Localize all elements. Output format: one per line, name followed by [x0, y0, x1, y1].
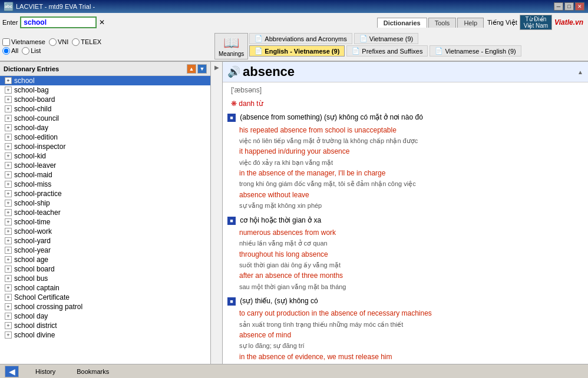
expand-icon[interactable]: +	[5, 313, 12, 320]
part-of-speech: ❋ danh từ	[231, 98, 583, 110]
list-radio[interactable]: List	[22, 47, 41, 55]
dict-item-label: school-day	[14, 124, 48, 132]
dict-list-item[interactable]: +school-child	[0, 104, 210, 114]
dict-list-item[interactable]: +school-year	[0, 246, 210, 255]
expand-icon[interactable]: +	[5, 209, 12, 216]
dict-item-label: school-council	[14, 114, 59, 122]
expand-icon[interactable]: +	[5, 105, 12, 112]
expand-icon[interactable]: +	[5, 200, 12, 207]
expand-icon[interactable]: +	[5, 218, 12, 226]
dict-list-item[interactable]: +school-practice	[0, 189, 210, 198]
expand-icon[interactable]: +	[5, 115, 12, 122]
dict-tab-en-vn[interactable]: 📄 English - Vietnamese (9)	[249, 45, 345, 57]
word-header: 🔊 absence ▲	[223, 62, 588, 82]
expand-icon[interactable]: +	[5, 237, 12, 244]
expand-icon[interactable]: +	[5, 256, 12, 263]
tab-dictionaries[interactable]: Dictionaries	[377, 18, 427, 28]
meanings-label: Meanings	[219, 51, 244, 57]
expand-icon[interactable]: +	[5, 322, 12, 329]
dict-list-item[interactable]: +school-teacher	[0, 208, 210, 217]
expand-icon[interactable]: +	[5, 294, 12, 301]
expand-icon[interactable]: +	[5, 331, 12, 339]
dict-list-item[interactable]: +school-yard	[0, 236, 210, 246]
tab-help[interactable]: Help	[457, 18, 484, 28]
app-title: LACVIET - mtd9 EVA Trial -	[16, 3, 554, 10]
dict-list-item[interactable]: +school age	[0, 255, 210, 264]
expand-icon[interactable]: +	[5, 87, 12, 94]
dict-list-item[interactable]: +school crossing patrol	[0, 302, 210, 311]
vietnamese-checkbox-label[interactable]: Vietnamese	[2, 38, 45, 46]
dict-list-item[interactable]: +school board	[0, 264, 210, 274]
dict-list-item[interactable]: +school-council	[0, 114, 210, 123]
back-button[interactable]: ◀	[5, 366, 19, 377]
bottom-bar: ◀ History Bookmarks	[0, 364, 588, 378]
title-bar: 🔤 LACVIET - mtd9 EVA Trial - ─ □ ✕	[0, 0, 588, 13]
expand-icon[interactable]: +	[5, 143, 12, 150]
expand-icon[interactable]: +	[5, 275, 12, 282]
vni-radio[interactable]: VNI	[49, 38, 68, 46]
minimize-button[interactable]: ─	[554, 2, 563, 11]
tab-tools[interactable]: Tools	[428, 18, 457, 28]
scroll-down-button[interactable]: ▼	[197, 64, 207, 74]
expand-icon[interactable]: +	[5, 96, 12, 103]
maximize-button[interactable]: □	[564, 2, 574, 11]
expand-icon[interactable]: +	[5, 247, 12, 254]
dict-box[interactable]: Từ Điển Việt Nam	[520, 15, 552, 30]
dict-list-item[interactable]: +school day	[0, 311, 210, 321]
dict-tab-prefixes[interactable]: 📄 Prefixes and Suffixes	[346, 45, 428, 57]
dict-list-item[interactable]: +school-time	[0, 217, 210, 227]
expand-icon[interactable]: +	[5, 134, 12, 141]
dict-item-label: school-bag	[14, 86, 49, 94]
dict-list-item[interactable]: +school-miss	[0, 180, 210, 189]
dict-list-item[interactable]: +school-kid	[0, 151, 210, 161]
vigle-logo[interactable]: Viatle.vn	[554, 18, 583, 26]
sound-icon[interactable]: 🔊	[227, 65, 240, 78]
dict-list-item[interactable]: +school divine	[0, 330, 210, 340]
dict-tab-vn-en[interactable]: 📄 Vietnamese - English (9)	[430, 45, 521, 57]
expand-icon[interactable]: +	[5, 181, 12, 188]
meanings-button[interactable]: 📖 Meanings	[214, 33, 248, 59]
dict-list-item[interactable]: +school-day	[0, 123, 210, 132]
expand-icon[interactable]: +	[5, 303, 12, 310]
history-link[interactable]: History	[31, 367, 60, 376]
expand-icon[interactable]: +	[5, 171, 12, 178]
bookmarks-link[interactable]: Bookmarks	[72, 367, 114, 376]
all-radio[interactable]: All	[2, 47, 18, 55]
expand-icon[interactable]: +	[5, 284, 12, 291]
dict-list-item[interactable]: +school-leaver	[0, 161, 210, 170]
dict-list-item[interactable]: +School Certificate	[0, 293, 210, 302]
clear-button[interactable]: ✕	[99, 18, 105, 26]
dict-list-item[interactable]: +school-ship	[0, 198, 210, 208]
dict-list-item[interactable]: +school-bag	[0, 85, 210, 95]
dict-list-item[interactable]: +school-work	[0, 227, 210, 236]
expand-icon[interactable]: +	[5, 152, 12, 160]
vietnamese-checkbox[interactable]	[2, 38, 10, 46]
scroll-up-button[interactable]: ▲	[187, 64, 196, 74]
dict-list-item[interactable]: +school bus	[0, 274, 210, 283]
search-input[interactable]	[20, 16, 97, 28]
example-1-1-vn: việc nó liên tiếp vắng mặt ở trường là k…	[239, 136, 583, 147]
example-3-2-en: absence of mind	[239, 330, 583, 341]
dict-list-item[interactable]: +school-inspector	[0, 142, 210, 151]
dict-list-item[interactable]: +school district	[0, 321, 210, 330]
expand-icon[interactable]: +	[5, 228, 12, 235]
dict-item-label: school-teacher	[14, 208, 61, 217]
panel-arrow-right[interactable]: ▶	[214, 64, 219, 71]
dict-list-item[interactable]: +school	[0, 76, 210, 85]
dict-list-item[interactable]: +school captain	[0, 283, 210, 293]
expand-icon[interactable]: +	[5, 190, 12, 197]
close-button[interactable]: ✕	[575, 2, 584, 11]
dict-list-item[interactable]: +school-maid	[0, 170, 210, 180]
expand-icon[interactable]: +	[5, 77, 12, 84]
expand-icon[interactable]: +	[5, 266, 12, 273]
dict-tab-vietnamese[interactable]: 📄 Vietnamese (9)	[354, 33, 418, 44]
telex-radio[interactable]: TELEX	[72, 38, 101, 46]
dict-item-label: school-edition	[14, 133, 58, 141]
expand-icon[interactable]: +	[5, 124, 12, 131]
scroll-up-def[interactable]: ▲	[577, 69, 583, 75]
dict-list-item[interactable]: +school-board	[0, 95, 210, 104]
dict-tab-abbreviations[interactable]: 📄 Abbreviations and Acronyms	[249, 33, 352, 44]
expand-icon[interactable]: +	[5, 162, 12, 169]
example-1-2-vn: việc đó xảy ra khi bạn vắng mặt	[239, 158, 583, 168]
dict-list-item[interactable]: +school-edition	[0, 132, 210, 142]
